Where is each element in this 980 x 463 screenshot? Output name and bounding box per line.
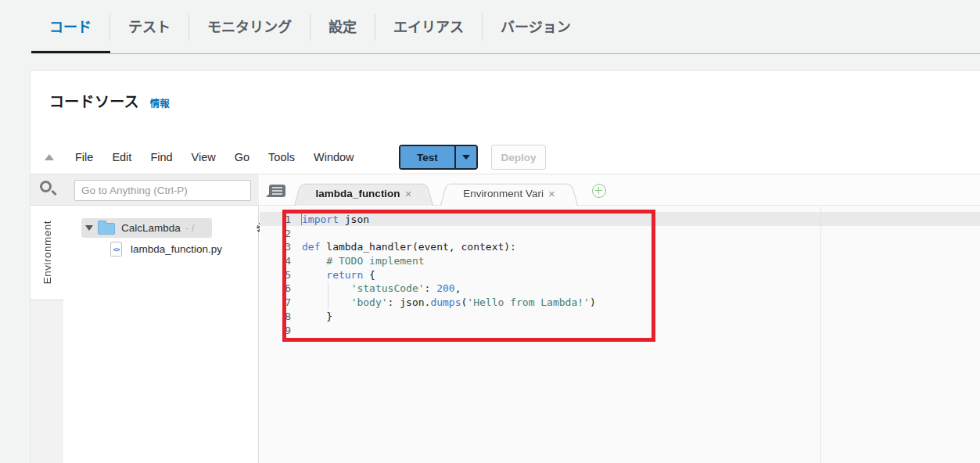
console-tab[interactable]: 設定 bbox=[311, 11, 375, 44]
tree-row-folder[interactable]: CalcLambda - / bbox=[63, 218, 258, 239]
environment-rail-label: Environment bbox=[41, 221, 53, 284]
editor-tab-label: Environment Vari bbox=[463, 188, 544, 199]
tree-row-file[interactable]: <> lambda_function.py bbox=[63, 240, 258, 260]
test-dropdown-button[interactable] bbox=[456, 146, 476, 168]
tab-list-icon[interactable] bbox=[269, 185, 285, 197]
file-tree-panel: CalcLambda - / <> lambda_function.py bbox=[63, 206, 259, 463]
new-tab-plus-icon[interactable] bbox=[592, 184, 606, 198]
goto-anything-bar bbox=[31, 174, 259, 206]
line-number: 2 bbox=[260, 227, 296, 241]
editor-tab-label: lambda_function bbox=[316, 188, 400, 199]
menu-item-edit[interactable]: Edit bbox=[112, 151, 131, 163]
console-tab-bar: コードテストモニタリング設定エイリアスバージョン bbox=[31, 11, 589, 44]
console-top-nav: コードテストモニタリング設定エイリアスバージョン bbox=[0, 0, 980, 55]
console-tab[interactable]: バージョン bbox=[483, 11, 589, 44]
line-number: 5 bbox=[260, 268, 296, 282]
code-line[interactable]: # TODO implement bbox=[302, 254, 980, 268]
menu-item-window[interactable]: Window bbox=[314, 151, 354, 163]
test-button[interactable]: Test bbox=[400, 146, 456, 168]
python-file-icon: <> bbox=[110, 242, 122, 257]
text-cursor bbox=[301, 214, 303, 225]
page-title: コードソース bbox=[49, 90, 139, 111]
code-line[interactable] bbox=[302, 324, 980, 338]
code-line[interactable] bbox=[302, 227, 980, 241]
tab-bar-rule bbox=[31, 53, 980, 54]
left-rail: Environment bbox=[31, 206, 63, 463]
folder-icon bbox=[98, 223, 115, 235]
code-line[interactable]: return { bbox=[302, 268, 980, 282]
goto-anything-input[interactable] bbox=[74, 180, 251, 201]
editor-menubar: FileEditFindViewGoToolsWindow Test Deplo… bbox=[31, 140, 980, 174]
console-tab[interactable]: コード bbox=[31, 11, 109, 44]
code-lines: import jsondef lambda_handler(event, con… bbox=[302, 213, 980, 337]
editor-tab-lambda-function[interactable]: lambda_function × bbox=[294, 181, 433, 206]
info-link[interactable]: 情報 bbox=[150, 95, 170, 110]
code-source-card: コードソース 情報 FileEditFindViewGoToolsWindow … bbox=[30, 70, 980, 463]
console-tab[interactable]: エイリアス bbox=[375, 11, 482, 44]
environment-rail-tab[interactable]: Environment bbox=[31, 206, 63, 300]
indent-guide bbox=[328, 282, 328, 310]
code-line[interactable]: def lambda_handler(event, context): bbox=[302, 240, 980, 254]
line-number: 3 bbox=[260, 240, 296, 254]
folder-path-suffix: - / bbox=[185, 218, 195, 238]
menu-item-tools[interactable]: Tools bbox=[268, 151, 295, 163]
line-number: 6 bbox=[260, 282, 296, 296]
editor-gutter: 123456789 bbox=[260, 213, 296, 337]
editor-tab-environment-variables[interactable]: Environment Vari × bbox=[440, 181, 578, 206]
editor-tab-bar: lambda_function × Environment Vari × bbox=[260, 174, 980, 206]
line-number: 8 bbox=[260, 310, 296, 324]
close-icon[interactable]: × bbox=[405, 188, 412, 199]
expand-caret-icon[interactable] bbox=[85, 225, 93, 231]
code-line[interactable]: import json bbox=[302, 213, 980, 227]
console-tab[interactable]: テスト bbox=[110, 11, 188, 44]
console-tab[interactable]: モニタリング bbox=[189, 11, 310, 44]
search-icon bbox=[40, 181, 52, 192]
line-number: 1 bbox=[260, 213, 296, 227]
workarea: Environment CalcLambda - / <> lambda_fun… bbox=[31, 174, 980, 463]
card-header: コードソース 情報 bbox=[49, 90, 170, 111]
code-line[interactable]: } bbox=[302, 310, 980, 324]
collapse-panel-icon[interactable] bbox=[45, 154, 54, 160]
print-margin-ruler bbox=[820, 206, 821, 463]
line-number: 7 bbox=[260, 296, 296, 310]
menu-item-view[interactable]: View bbox=[192, 151, 216, 163]
menu-item-find[interactable]: Find bbox=[150, 151, 172, 163]
editor-surface[interactable]: 123456789 import jsondef lambda_handler(… bbox=[260, 206, 980, 463]
chevron-down-icon bbox=[462, 155, 470, 160]
close-icon[interactable]: × bbox=[548, 188, 555, 199]
test-split-button[interactable]: Test bbox=[399, 145, 478, 170]
menu-items: FileEditFindViewGoToolsWindow bbox=[75, 140, 354, 174]
line-number: 4 bbox=[260, 254, 296, 268]
folder-name: CalcLambda bbox=[121, 218, 181, 238]
menu-item-go[interactable]: Go bbox=[235, 151, 249, 163]
code-line[interactable]: 'body': json.dumps('Hello from Lambda!') bbox=[302, 296, 980, 310]
menu-item-file[interactable]: File bbox=[75, 151, 93, 163]
file-name: lambda_function.py bbox=[131, 240, 222, 259]
code-editor: lambda_function × Environment Vari × 123… bbox=[260, 174, 980, 463]
line-number: 9 bbox=[260, 324, 296, 338]
code-line[interactable]: 'statusCode': 200, bbox=[302, 282, 980, 296]
deploy-button[interactable]: Deploy bbox=[491, 145, 546, 170]
